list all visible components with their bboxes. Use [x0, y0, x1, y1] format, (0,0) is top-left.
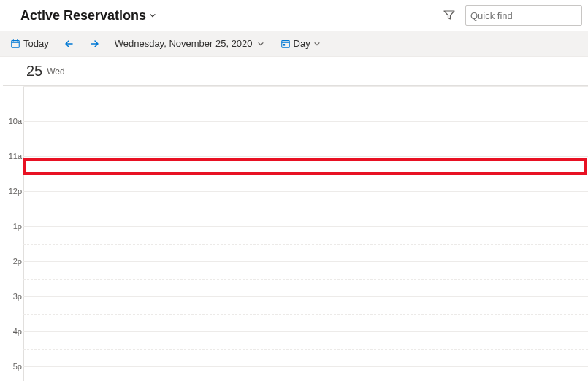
half-hour-line	[23, 139, 588, 139]
chevron-down-icon	[149, 12, 156, 19]
half-hour-line	[23, 244, 588, 245]
half-hour-line	[23, 279, 588, 280]
today-label: Today	[23, 38, 49, 49]
svg-rect-6	[281, 40, 289, 47]
quick-find-search[interactable]	[465, 5, 582, 26]
half-hour-line	[23, 209, 588, 209]
selected-time-slot[interactable]	[23, 158, 587, 175]
today-button[interactable]: Today	[6, 34, 53, 54]
time-gutter-line	[23, 86, 24, 381]
hour-label: 1p	[3, 222, 22, 231]
quick-find-input[interactable]	[470, 10, 588, 21]
half-hour-line	[23, 314, 588, 315]
hour-label: 2p	[3, 257, 22, 266]
hour-label: 5p	[3, 362, 22, 371]
date-picker[interactable]: Wednesday, November 25, 2020	[110, 34, 269, 54]
calendar-day-icon	[280, 39, 291, 49]
filter-icon	[443, 9, 455, 21]
hour-line	[23, 226, 588, 227]
view-mode-label: Day	[294, 38, 310, 49]
half-hour-line	[23, 104, 588, 104]
day-number: 25	[26, 63, 42, 80]
hour-line	[23, 156, 588, 157]
chevron-down-icon	[313, 40, 321, 47]
chevron-down-icon	[257, 40, 264, 47]
hour-label: 12p	[3, 187, 22, 196]
chevron-left-icon	[64, 38, 75, 50]
day-name: Wed	[47, 66, 64, 77]
view-mode-picker[interactable]: Day	[276, 34, 325, 54]
hour-label: 10a	[3, 117, 22, 126]
hour-label: 4p	[3, 327, 22, 336]
next-button[interactable]	[85, 34, 103, 54]
hour-line	[23, 191, 588, 192]
hour-line	[23, 86, 588, 87]
hour-line	[23, 261, 588, 262]
hour-label: 11a	[3, 152, 22, 161]
view-title-dropdown[interactable]: Active Reservations	[20, 8, 156, 23]
date-label: Wednesday, November 25, 2020	[115, 38, 253, 49]
half-hour-line	[23, 349, 588, 350]
prev-button[interactable]	[61, 34, 78, 54]
hour-line	[23, 331, 588, 332]
chevron-right-icon	[88, 38, 100, 50]
svg-rect-2	[12, 40, 20, 47]
hour-label: 3p	[3, 292, 22, 301]
filter-button[interactable]	[439, 5, 459, 26]
calendar-icon	[10, 39, 20, 49]
hour-line	[23, 296, 588, 297]
view-title: Active Reservations	[20, 8, 146, 23]
hour-line	[23, 366, 588, 367]
day-header: 25 Wed	[3, 57, 588, 86]
svg-rect-8	[283, 44, 285, 46]
hour-line	[23, 121, 588, 122]
calendar-grid[interactable]: 10a11a12p1p2p3p4p5p	[3, 86, 588, 381]
